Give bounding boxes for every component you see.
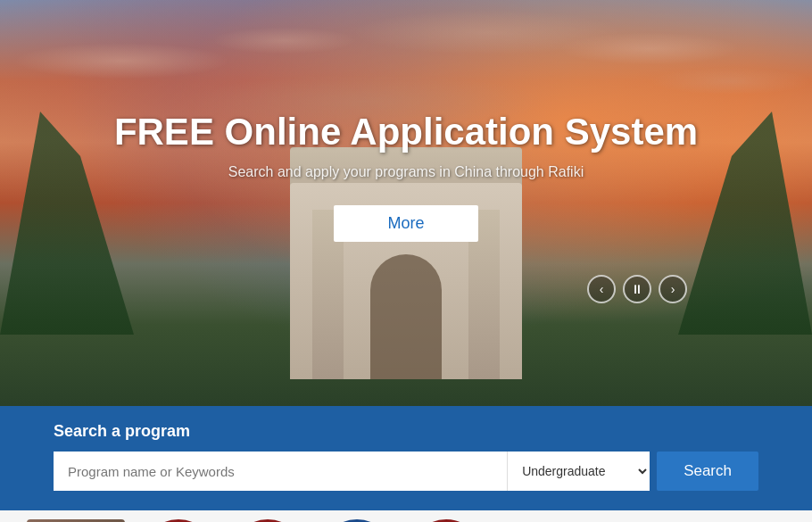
search-section: Search a program Undergraduate Graduate … bbox=[0, 406, 812, 510]
search-section-label: Search a program bbox=[54, 422, 758, 441]
carousel-next-button[interactable]: › bbox=[659, 275, 687, 303]
hero-subtitle: Search and apply your programs in China … bbox=[228, 164, 584, 180]
more-button[interactable]: More bbox=[334, 205, 477, 242]
hero-overlay: FREE Online Application System Search an… bbox=[0, 0, 812, 406]
hero-title: FREE Online Application System bbox=[114, 111, 698, 153]
carousel-controls: ‹ ⏸ › bbox=[587, 275, 687, 303]
universities-section: Peking University Detail SHANGHAI JIAO T… bbox=[0, 510, 812, 522]
carousel-pause-button[interactable]: ⏸ bbox=[623, 275, 651, 303]
search-button[interactable]: Search bbox=[657, 452, 758, 491]
hero-section: FREE Online Application System Search an… bbox=[0, 0, 812, 406]
carousel-prev-button[interactable]: ‹ bbox=[587, 275, 616, 303]
search-input[interactable] bbox=[54, 452, 507, 491]
program-type-select[interactable]: Undergraduate Graduate PhD Language bbox=[507, 452, 650, 491]
search-row: Undergraduate Graduate PhD Language Sear… bbox=[54, 452, 758, 491]
